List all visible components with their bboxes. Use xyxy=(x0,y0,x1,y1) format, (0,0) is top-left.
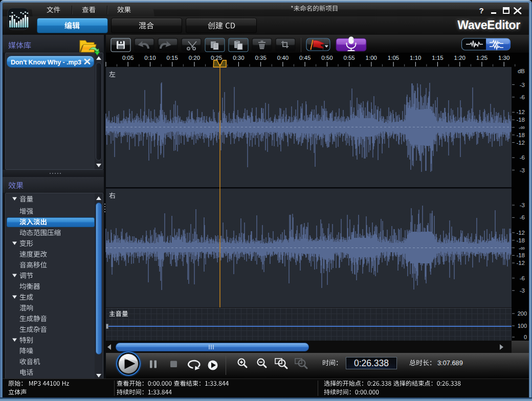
svg-text:0:55: 0:55 xyxy=(343,55,354,61)
svg-text:1:10: 1:10 xyxy=(410,55,421,61)
svg-text:-18: -18 xyxy=(516,237,525,243)
svg-text:100: 100 xyxy=(518,323,527,329)
svg-text:-6: -6 xyxy=(520,214,525,220)
svg-text:0:30: 0:30 xyxy=(233,55,244,61)
svg-text:WaveEditor: WaveEditor xyxy=(457,18,520,32)
svg-text:1:05: 1:05 xyxy=(388,55,399,61)
svg-text:1:30: 1:30 xyxy=(498,55,509,61)
svg-text:0:15: 0:15 xyxy=(167,55,178,61)
svg-text:-3: -3 xyxy=(520,287,525,294)
svg-text:-12: -12 xyxy=(516,260,525,266)
svg-text:-18: -18 xyxy=(516,132,525,138)
svg-text:-∞: -∞ xyxy=(519,245,525,251)
svg-text:1:15: 1:15 xyxy=(432,55,443,61)
svg-text:0:35: 0:35 xyxy=(255,55,266,61)
svg-text:0:05: 0:05 xyxy=(122,55,134,61)
svg-text:-3: -3 xyxy=(520,167,525,173)
svg-text:0:40: 0:40 xyxy=(277,55,289,61)
svg-text:0:45: 0:45 xyxy=(299,55,311,61)
svg-text:-6: -6 xyxy=(520,275,525,281)
svg-text:-3: -3 xyxy=(520,82,525,88)
svg-text:0:20: 0:20 xyxy=(189,55,200,61)
svg-text:-6: -6 xyxy=(520,154,525,161)
svg-text:0: 0 xyxy=(524,334,527,340)
svg-text:0:50: 0:50 xyxy=(321,55,332,61)
svg-text:-12: -12 xyxy=(516,230,525,236)
svg-text:-18: -18 xyxy=(516,252,525,258)
svg-text:-18: -18 xyxy=(516,117,525,123)
svg-text:1:25: 1:25 xyxy=(476,55,487,61)
svg-text:-12: -12 xyxy=(516,140,525,146)
svg-text:0:10: 0:10 xyxy=(144,55,156,61)
svg-text:-3: -3 xyxy=(520,202,525,208)
svg-text:0:26.338: 0:26.338 xyxy=(354,358,389,368)
svg-text:?: ? xyxy=(479,6,483,15)
svg-text:Don't Know Why - .mp3: Don't Know Why - .mp3 xyxy=(11,59,81,66)
svg-text:3:07.689: 3:07.689 xyxy=(437,359,463,367)
svg-text:dB: dB xyxy=(518,68,525,74)
svg-text:200: 200 xyxy=(518,310,527,317)
svg-text:1:00: 1:00 xyxy=(366,55,377,61)
svg-text:-∞: -∞ xyxy=(519,124,525,130)
svg-text:-6: -6 xyxy=(520,94,525,100)
svg-text:1:20: 1:20 xyxy=(454,55,465,61)
svg-text:-12: -12 xyxy=(516,109,525,115)
